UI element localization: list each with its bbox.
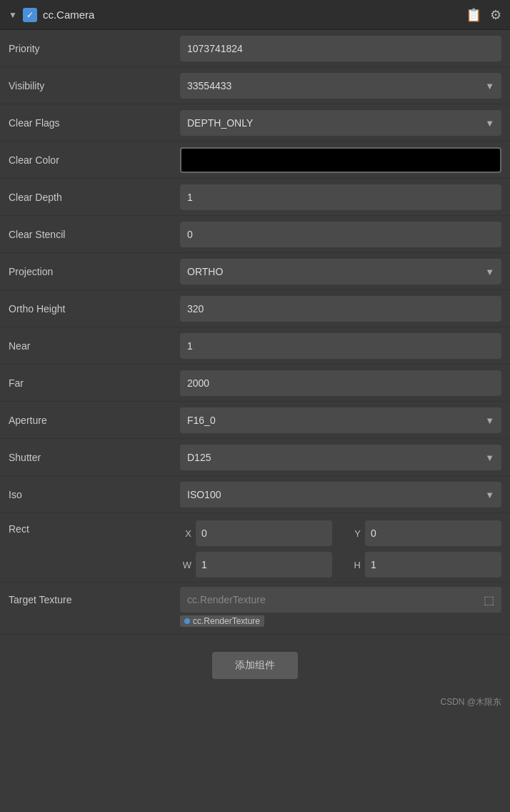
texture-tag[interactable]: cc.RenderTexture: [180, 615, 264, 627]
projection-label: Projection: [9, 266, 180, 277]
target-texture-control: cc.RenderTexture ⬚: [180, 587, 501, 613]
clear-depth-row: Clear Depth: [0, 179, 510, 216]
rect-y-input[interactable]: [365, 520, 501, 546]
clear-stencil-label: Clear Stencil: [9, 229, 180, 240]
projection-control: ORTHO PERSPECTIVE ▼: [180, 259, 501, 284]
ortho-height-input[interactable]: [180, 296, 501, 322]
target-texture-field[interactable]: cc.RenderTexture ⬚: [180, 587, 501, 613]
ortho-height-control: [180, 296, 501, 322]
far-input[interactable]: [180, 370, 501, 396]
clear-color-swatch[interactable]: [180, 147, 501, 173]
rect-label: Rect: [9, 518, 180, 535]
footer-credit: CSDN @木限东: [0, 696, 510, 714]
properties-panel: Priority Visibility 33554433 ▼ Clear Fla…: [0, 30, 510, 635]
projection-select[interactable]: ORTHO PERSPECTIVE: [180, 259, 501, 284]
component-title: cc.Camera: [43, 9, 95, 21]
shutter-label: Shutter: [9, 452, 180, 463]
collapse-icon[interactable]: ▼: [9, 10, 17, 20]
aperture-row: Aperture F16_0 ▼: [0, 402, 510, 439]
visibility-label: Visibility: [9, 80, 180, 91]
clear-depth-control: [180, 184, 501, 210]
texture-tag-label: cc.RenderTexture: [193, 616, 260, 626]
rect-x-label: X: [180, 528, 191, 539]
visibility-row: Visibility 33554433 ▼: [0, 67, 510, 104]
near-row: Near: [0, 327, 510, 365]
iso-row: Iso ISO100 ▼: [0, 476, 510, 513]
clear-stencil-input[interactable]: [180, 222, 501, 247]
projection-row: Projection ORTHO PERSPECTIVE ▼: [0, 253, 510, 290]
rect-x-input[interactable]: [196, 520, 332, 546]
clear-color-row: Clear Color: [0, 142, 510, 179]
shutter-select[interactable]: D125: [180, 445, 501, 470]
near-label: Near: [9, 340, 180, 352]
clear-color-control: [180, 147, 501, 173]
far-row: Far: [0, 365, 510, 402]
target-texture-row: Target Texture cc.RenderTexture ⬚ cc.Ren…: [0, 583, 510, 635]
rect-row: Rect X Y W H: [0, 513, 510, 583]
aperture-control: F16_0 ▼: [180, 407, 501, 433]
iso-control: ISO100 ▼: [180, 482, 501, 508]
aperture-label: Aperture: [9, 415, 180, 426]
rect-y-label: Y: [349, 528, 361, 539]
aperture-select[interactable]: F16_0: [180, 407, 501, 433]
far-control: [180, 370, 501, 396]
priority-row: Priority: [0, 30, 510, 67]
target-texture-label: Target Texture: [9, 594, 180, 605]
component-header: ▼ ✓ cc.Camera 📋 ⚙: [0, 0, 510, 30]
clear-flags-select[interactable]: DEPTH_ONLY SOLID_COLOR DONT_CLEAR: [180, 110, 501, 136]
near-control: [180, 333, 501, 359]
clear-depth-input[interactable]: [180, 184, 501, 210]
rect-w-label: W: [180, 560, 191, 570]
ortho-height-label: Ortho Height: [9, 303, 180, 315]
rect-w-input[interactable]: [196, 552, 332, 578]
add-component-button[interactable]: 添加组件: [212, 652, 298, 679]
near-input[interactable]: [180, 333, 501, 359]
rect-h-input[interactable]: [365, 552, 501, 578]
clear-flags-control: DEPTH_ONLY SOLID_COLOR DONT_CLEAR ▼: [180, 110, 501, 136]
clear-depth-label: Clear Depth: [9, 192, 180, 203]
priority-input[interactable]: [180, 36, 501, 61]
target-texture-placeholder: cc.RenderTexture: [187, 594, 266, 605]
documentation-icon[interactable]: 📋: [466, 7, 481, 23]
iso-label: Iso: [9, 489, 180, 500]
component-enabled-checkbox[interactable]: ✓: [23, 8, 37, 22]
visibility-select[interactable]: 33554433: [180, 73, 501, 99]
shutter-control: D125 ▼: [180, 445, 501, 470]
target-texture-pick-icon[interactable]: ⬚: [484, 593, 494, 607]
clear-stencil-control: [180, 222, 501, 247]
iso-select[interactable]: ISO100: [180, 482, 501, 508]
texture-tag-dot: [184, 618, 190, 624]
shutter-row: Shutter D125 ▼: [0, 439, 510, 476]
rect-h-label: H: [349, 560, 361, 570]
clear-color-label: Clear Color: [9, 154, 180, 166]
far-label: Far: [9, 377, 180, 389]
add-component-section: 添加组件: [0, 635, 510, 696]
rect-control: X Y W H: [180, 518, 501, 578]
visibility-control: 33554433 ▼: [180, 73, 501, 99]
ortho-height-row: Ortho Height: [0, 290, 510, 327]
settings-icon[interactable]: ⚙: [490, 7, 501, 23]
clear-flags-row: Clear Flags DEPTH_ONLY SOLID_COLOR DONT_…: [0, 104, 510, 142]
clear-flags-label: Clear Flags: [9, 117, 180, 129]
clear-stencil-row: Clear Stencil: [0, 216, 510, 253]
priority-label: Priority: [9, 43, 180, 54]
priority-control: [180, 36, 501, 61]
